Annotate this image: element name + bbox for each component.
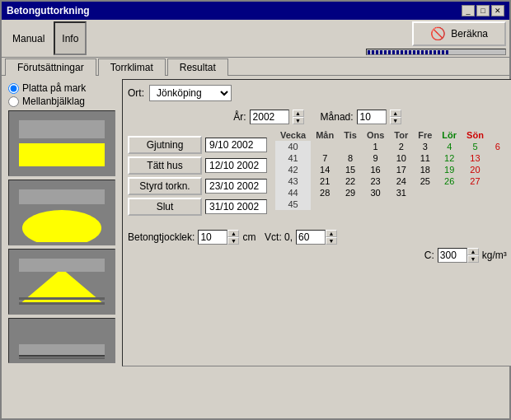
svg-rect-2 [19, 120, 105, 138]
cal-col-tor: Tor [389, 129, 413, 141]
svg-rect-1 [19, 143, 105, 166]
cal-day-18[interactable]: 18 [413, 164, 437, 175]
c-down[interactable]: ▼ [467, 255, 479, 263]
tab-torrklimat[interactable]: Torrklimat [98, 58, 166, 76]
radio-mellanbjalk[interactable]: Mellanbjälklag [8, 96, 115, 107]
c-up[interactable]: ▲ [467, 248, 479, 255]
cal-day-14[interactable]: 14 [311, 164, 339, 175]
styrd-torkn-button[interactable]: Styrd torkn. [128, 177, 202, 195]
cal-week-41: 41 [275, 152, 311, 164]
cal-day-9[interactable]: 9 [362, 152, 389, 164]
gjutning-button[interactable]: Gjutning [128, 136, 202, 154]
cal-day-23[interactable]: 23 [362, 175, 389, 187]
cal-day-7[interactable]: 7 [311, 152, 339, 164]
cal-day-31[interactable]: 31 [389, 187, 413, 198]
cal-day-24[interactable]: 24 [389, 175, 413, 187]
betongtjocklek-unit: cm [242, 231, 256, 243]
cal-day-13[interactable]: 13 [462, 152, 489, 164]
tab-resultat[interactable]: Resultat [167, 58, 228, 76]
gjutning-row: Gjutning 9/10 2002 [128, 136, 267, 154]
cal-day-3[interactable]: 3 [413, 141, 437, 152]
main-content: Platta på mark Mellanbjälklag [2, 76, 509, 370]
year-down-button[interactable]: ▼ [293, 117, 304, 124]
cal-day-26[interactable]: 26 [437, 175, 462, 187]
cal-day-20[interactable]: 20 [462, 164, 489, 175]
calendar-header: År: ▲ ▼ Månad: ▲ ▼ [128, 110, 507, 124]
cal-day-10[interactable]: 10 [389, 152, 413, 164]
cal-col-man: Mån [311, 129, 339, 141]
cal-day-27[interactable]: 27 [462, 175, 489, 187]
info-menu-button[interactable]: Info [54, 21, 87, 55]
vct-down[interactable]: ▼ [326, 237, 337, 245]
cal-day-15[interactable]: 15 [339, 164, 362, 175]
close-button[interactable]: ✕ [491, 5, 504, 16]
cal-day-22[interactable]: 22 [339, 175, 362, 187]
vct-up[interactable]: ▲ [326, 230, 337, 237]
tatt-hus-button[interactable]: Tätt hus [128, 156, 202, 175]
styrd-torkn-value: 23/10 2002 [205, 179, 267, 194]
svg-rect-9 [19, 297, 105, 300]
cal-day-empty [413, 187, 437, 198]
cal-day-28[interactable]: 28 [311, 187, 339, 198]
year-input[interactable] [250, 110, 289, 124]
minimize-button[interactable]: _ [462, 5, 475, 16]
c-input[interactable] [438, 248, 467, 263]
cal-day-16[interactable]: 16 [362, 164, 389, 175]
month-spingroup: Månad: ▲ ▼ [321, 110, 401, 124]
calendar-table: Vecka Mån Tis Ons Tor Fre Lör Sön 4 [275, 129, 507, 210]
vct-label: Vct: 0, [259, 231, 293, 243]
cal-day-2[interactable]: 2 [389, 141, 413, 152]
berakna-button[interactable]: 🚫 Beräkna [412, 21, 506, 46]
radio-mellanbjalk-input[interactable] [8, 96, 19, 107]
tabs-row: Förutsättningar Torrklimat Resultat [2, 58, 509, 76]
left-panel: Platta på mark Mellanbjälklag [5, 79, 119, 366]
radio-platta-input[interactable] [8, 83, 19, 94]
radio-group: Platta på mark Mellanbjälklag [8, 82, 115, 107]
year-label: År: [233, 111, 246, 123]
cal-day-5[interactable]: 5 [462, 141, 489, 152]
cal-day-21[interactable]: 21 [311, 175, 339, 187]
month-up-button[interactable]: ▲ [390, 110, 401, 117]
vct-input[interactable] [296, 230, 326, 245]
diagram-mellan [8, 180, 115, 245]
cal-day-6[interactable]: 6 [489, 141, 507, 152]
cal-col-tis: Tis [339, 129, 362, 141]
cal-day-empty [311, 198, 339, 210]
cal-day-empty [389, 198, 413, 210]
cal-day-empty [462, 187, 489, 198]
tab-forutsattningar[interactable]: Förutsättningar [5, 58, 96, 76]
cal-day-8[interactable]: 8 [339, 152, 362, 164]
betongtjocklek-up[interactable]: ▲ [227, 230, 239, 237]
betongtjocklek-down[interactable]: ▼ [227, 237, 239, 245]
year-up-button[interactable]: ▲ [293, 110, 304, 117]
cal-day-11[interactable]: 11 [413, 152, 437, 164]
cal-day-19[interactable]: 19 [437, 164, 462, 175]
slut-button[interactable]: Slut [128, 198, 202, 216]
cal-day-29[interactable]: 29 [339, 187, 362, 198]
cal-day-4[interactable]: 4 [437, 141, 462, 152]
manual-menu-button[interactable]: Manual [5, 21, 52, 55]
radio-platta[interactable]: Platta på mark [8, 82, 115, 94]
cal-col-fre: Fre [413, 129, 437, 141]
tatt-hus-row: Tätt hus 12/10 2002 [128, 156, 267, 175]
betongtjocklek-input[interactable] [198, 230, 227, 245]
diagram-platta [8, 110, 115, 176]
month-down-button[interactable]: ▼ [390, 117, 401, 124]
cal-day-30[interactable]: 30 [362, 187, 389, 198]
date-buttons: Gjutning 9/10 2002 Tätt hus 12/10 2002 S… [128, 136, 267, 218]
cal-day-empty [462, 198, 489, 210]
diagram-other [8, 249, 115, 315]
year-spingroup: År: ▲ ▼ [233, 110, 303, 124]
ort-select[interactable]: Jönköping Stockholm Göteborg Malmö [149, 85, 232, 101]
cal-day-12[interactable]: 12 [437, 152, 462, 164]
bottom-svg [12, 320, 111, 362]
maximize-button[interactable]: □ [476, 5, 490, 16]
bottom-row: Betongtjocklek:▲▼cm Vct: 0,▲▼C:▲▼kg/m³ [128, 230, 507, 263]
cal-week-44: 44 [275, 187, 311, 198]
cal-day-25[interactable]: 25 [413, 175, 437, 187]
cal-day-1[interactable]: 1 [362, 141, 389, 152]
month-input[interactable] [357, 110, 387, 124]
cal-day-17[interactable]: 17 [389, 164, 413, 175]
cal-day-empty [311, 141, 339, 152]
berakna-label: Beräkna [451, 28, 488, 40]
